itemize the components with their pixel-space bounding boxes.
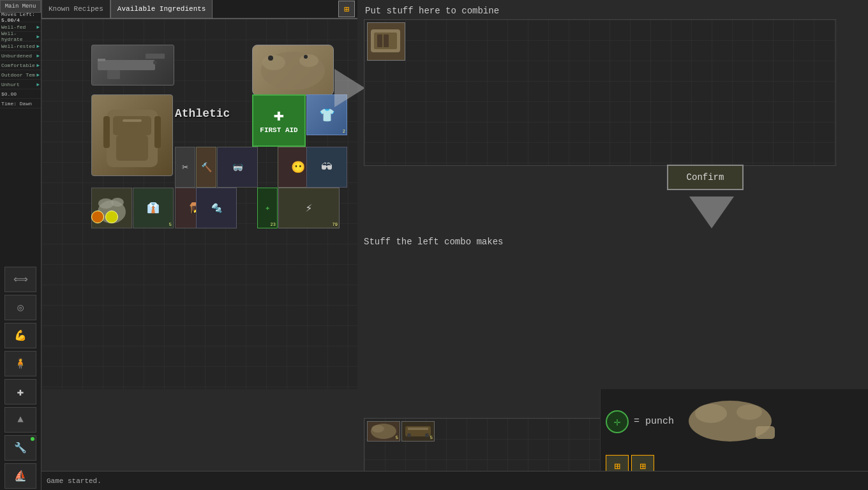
tools-icon: 🔩 <box>211 203 222 214</box>
bottom-bar: Game started. <box>41 471 868 490</box>
craft-sidebar-button[interactable]: 🔧 <box>4 435 36 461</box>
vehicle-sidebar-button[interactable]: ⛵ <box>4 463 36 489</box>
makes-item-1[interactable]: 5 <box>367 421 400 442</box>
makes-item-2-icon <box>403 422 433 440</box>
backpack-icon <box>94 97 170 174</box>
svg-point-30 <box>695 404 727 423</box>
gun-item[interactable] <box>91 45 174 85</box>
first-aid-cross: ✚ <box>274 107 285 125</box>
combine-slot-item[interactable] <box>367 22 405 61</box>
punch-label: = punch <box>634 416 674 427</box>
main-content: Known Recipes Available Ingredients ⊞ <box>41 0 357 408</box>
small-item-2[interactable]: 👔 5 <box>133 188 174 228</box>
move-sidebar-button[interactable]: ⟺ <box>4 267 36 292</box>
down-arrow-shape <box>689 197 734 228</box>
combine-grid <box>364 19 836 166</box>
vehicle-icon: ⛵ <box>14 470 27 482</box>
svg-point-27 <box>407 433 411 437</box>
scissors-item[interactable]: ✂ <box>175 147 195 188</box>
inventory-icon: ⊞ <box>344 4 349 15</box>
moves-left-stat: Moves Left: 5.00/4 <box>0 13 41 22</box>
svg-rect-32 <box>756 426 775 439</box>
backpack-item[interactable] <box>91 94 173 176</box>
tools-item[interactable]: 🔩 <box>196 188 237 228</box>
camp-icon: ▲ <box>17 414 24 426</box>
move-icon: ⟺ <box>13 273 28 286</box>
bandage-item[interactable]: ✚ 23 <box>257 188 278 228</box>
punch-row: ✛ = punch <box>606 394 781 449</box>
character-sidebar-button[interactable]: 🧍 <box>4 351 36 376</box>
well-rested-stat: Well-rested ► <box>0 41 41 51</box>
craft-active-dot <box>31 437 34 441</box>
character-icon: 🧍 <box>14 357 27 370</box>
svg-point-24 <box>371 425 384 433</box>
hammer-icon: 🔨 <box>201 162 212 173</box>
gun-icon <box>94 47 171 83</box>
orange-item[interactable] <box>91 211 104 223</box>
blue-item-icon: 👕 <box>319 107 335 123</box>
combine-item-icon <box>368 23 403 59</box>
scissors-icon: ✂ <box>182 161 188 174</box>
medical-icon: ✚ <box>17 385 24 399</box>
svg-point-17 <box>98 198 114 209</box>
muscle-icon: 💪 <box>14 329 27 342</box>
svg-point-28 <box>425 433 429 437</box>
bandage-icon: ✚ <box>266 204 269 212</box>
muscle-sidebar-button[interactable]: 💪 <box>4 323 36 348</box>
svg-point-8 <box>268 56 273 61</box>
glasses-item[interactable]: 🕶 <box>306 147 347 188</box>
svg-point-9 <box>304 55 308 59</box>
svg-rect-3 <box>98 59 105 61</box>
bolt-item[interactable]: ⚡ 79 <box>278 188 340 228</box>
crosshair-sidebar-button[interactable]: ◎ <box>4 295 36 320</box>
punch-circle-button[interactable]: ✛ <box>606 410 629 433</box>
svg-rect-22 <box>384 34 389 47</box>
hand-icon <box>679 394 781 449</box>
hammer-item[interactable]: 🔨 <box>196 147 216 188</box>
svg-rect-26 <box>408 427 428 430</box>
main-menu-button[interactable]: Main Menu <box>0 0 41 13</box>
svg-point-18 <box>111 198 124 207</box>
goggles-icon: 🥽 <box>232 162 243 173</box>
punch-plus-icon: ✛ <box>614 415 621 429</box>
put-stuff-label: Put stuff here to combine <box>357 0 868 19</box>
fur-icon <box>255 47 331 94</box>
camp-sidebar-button[interactable]: ▲ <box>4 407 36 433</box>
bolt-icon: ⚡ <box>306 201 313 215</box>
inventory-toggle-button[interactable]: ⊞ <box>338 1 357 17</box>
medical-sidebar-button[interactable]: ✚ <box>4 379 36 405</box>
time-stat: Time: Dawn <box>0 99 41 108</box>
svg-rect-2 <box>107 70 120 79</box>
tab-available-ingredients[interactable]: Available Ingredients <box>110 0 213 19</box>
punch-hand <box>679 394 781 449</box>
tab-known-recipes[interactable]: Known Recipes <box>41 0 110 19</box>
yellow-item[interactable] <box>105 211 118 223</box>
crosshair-icon: ◎ <box>17 301 24 314</box>
svg-rect-11 <box>113 116 151 135</box>
makes-label: Stuff the left combo makes <box>364 236 503 248</box>
svg-rect-13 <box>103 116 110 148</box>
goggles-item[interactable]: 🥽 <box>217 147 258 188</box>
svg-point-6 <box>262 55 285 70</box>
left-sidebar: Main Menu Moves Left: 5.00/4 Well-fed ► … <box>0 0 41 490</box>
makes-item-2[interactable]: 5 <box>401 421 435 442</box>
small-item-2-icon: 👔 <box>147 202 160 214</box>
mask-icon: 😶 <box>291 160 305 174</box>
svg-point-7 <box>299 54 318 67</box>
first-aid-item[interactable]: ✚ FIRST AID <box>252 94 306 147</box>
svg-point-4 <box>153 61 157 64</box>
down-arrow <box>689 197 734 232</box>
well-hydrated-stat: Well-hydrate ► <box>0 32 41 41</box>
outdoor-temp-stat: Outdoor Tem ► <box>0 70 41 80</box>
comfortable-stat: Comfortable ► <box>0 61 41 70</box>
confirm-button[interactable]: Confirm <box>667 165 744 190</box>
fur-item[interactable] <box>252 45 334 96</box>
unhurt-stat: Unhurt ► <box>0 80 41 89</box>
glasses-icon: 🕶 <box>321 161 333 174</box>
inventory-grid: Athletic ✚ FIRST AID 👕 2 ✂ 🔨 🥽 😶 <box>41 19 357 389</box>
unburdened-stat: Unburdened ► <box>0 51 41 61</box>
punch-area: ✛ = punch ⊞ ⊞ <box>600 389 868 471</box>
svg-rect-21 <box>377 34 382 47</box>
svg-rect-14 <box>154 116 161 148</box>
craft-icon: 🔧 <box>14 442 27 454</box>
